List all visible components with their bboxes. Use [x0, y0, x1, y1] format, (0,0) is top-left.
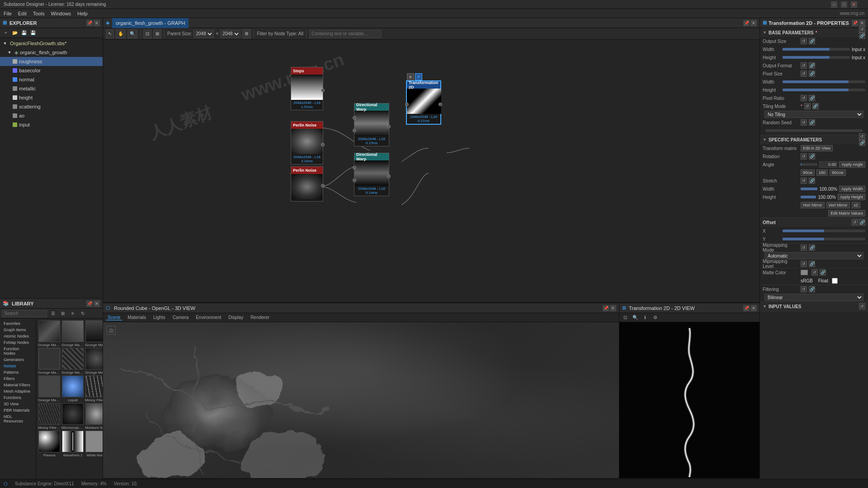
apply-height-btn[interactable]: Apply Height [838, 194, 865, 200]
tree-normal[interactable]: normal [0, 75, 103, 84]
angle-input[interactable] [819, 161, 837, 168]
edit-2dview-btn[interactable]: Edit in 2D View [801, 145, 833, 151]
view2d-info-btn[interactable]: ℹ [641, 314, 649, 322]
tab-scene[interactable]: Scene [106, 315, 122, 320]
props-output-size-icon[interactable]: ↺ [801, 38, 807, 44]
angle-slider[interactable] [801, 163, 817, 166]
tab-lights[interactable]: Lights [151, 315, 167, 320]
view3d-pin-btn[interactable]: 📌 [603, 305, 609, 311]
props-mip-level-link-btn[interactable]: 🔗 [809, 261, 815, 267]
props-matte-link-btn[interactable]: 🔗 [820, 269, 826, 276]
menu-tools[interactable]: Tools [33, 11, 45, 16]
cat-generators[interactable]: Generators [1, 357, 35, 363]
vert-mirror-btn[interactable]: Vert Mirror [826, 202, 850, 208]
props-specific-header[interactable]: ▼ SPECIFIC PARAMETERS ↺ 🔗 [760, 135, 868, 144]
props-rotation-reset-btn[interactable]: ↺ [801, 153, 807, 160]
props-rotation-link-btn[interactable]: 🔗 [809, 153, 815, 160]
sheight-slider[interactable] [801, 196, 816, 198]
apply-width-btn[interactable]: Apply Width [839, 186, 865, 192]
props-stretch-reset-btn[interactable]: ↺ [801, 178, 807, 184]
props-pixel-size-link-btn[interactable]: 🔗 [809, 70, 815, 77]
props-seed-reset-btn[interactable]: ↺ [801, 119, 807, 126]
node-dirwarp2[interactable]: Directional Warp 2048x2048 - L160.14ms [354, 153, 389, 196]
tree-metallic[interactable]: metallic [0, 84, 103, 93]
props-base-reset-btn[interactable]: ↺ [859, 26, 865, 33]
tree-scattering[interactable]: scattering [0, 102, 103, 111]
props-format-link-btn[interactable]: 🔗 [809, 62, 815, 69]
props-mip-link-btn[interactable]: 🔗 [809, 244, 815, 251]
tab-display[interactable]: Display [226, 315, 245, 320]
list-item[interactable]: Messy Fibers 1 [85, 375, 103, 402]
node-transform-input-port[interactable] [405, 103, 409, 106]
props-pixel-ratio-reset-btn[interactable]: ↺ [801, 95, 807, 101]
view2d-fit-btn[interactable]: ⊡ [621, 314, 629, 322]
node-perlin2-output-port[interactable] [321, 184, 325, 188]
tree-graph[interactable]: ▼ ◈ organic_flesh_growth [0, 48, 103, 57]
graph-canvas[interactable]: www.rrcg.cn 人人素材 [103, 40, 760, 302]
graph-btn-frame[interactable]: ⊞ [153, 29, 161, 38]
menu-help[interactable]: Help [77, 11, 88, 16]
node-steps-output-port[interactable] [321, 89, 325, 92]
view2d-zoom-btn[interactable]: 🔍 [631, 314, 639, 322]
props-offset-link-btn[interactable]: 🔗 [859, 219, 865, 225]
tab-camera[interactable]: Camera [171, 315, 191, 320]
props-mip-reset-btn[interactable]: ↺ [801, 244, 807, 251]
list-item[interactable]: Grunge Map 009 [85, 320, 103, 347]
minimize-btn[interactable]: ─ [831, 1, 837, 8]
maximize-btn[interactable]: □ [841, 1, 847, 8]
list-item[interactable]: Grunge Map 007 [38, 320, 61, 347]
explorer-close-btn[interactable]: ✕ [94, 20, 100, 26]
filtering-select[interactable]: Bilinear Nearest [764, 294, 863, 301]
width-slider[interactable] [783, 48, 850, 51]
hori-mirror-btn[interactable]: Hori Mirror [801, 202, 825, 208]
view2d-settings-btn[interactable]: ⚙ [651, 314, 659, 322]
cat-material[interactable]: Material Filters [1, 382, 35, 388]
list-item[interactable]: Grunge Map 013 [85, 348, 103, 375]
offset-y-slider[interactable] [783, 238, 865, 240]
list-item[interactable]: Messy Fibers 3 [38, 403, 61, 430]
node-dirwarp2-output-port[interactable] [387, 174, 391, 178]
lib-refresh-btn[interactable]: ↻ [79, 310, 87, 318]
cat-functions[interactable]: Functions [1, 394, 35, 401]
node-transform-output-port[interactable] [439, 103, 442, 106]
list-item[interactable]: Grunge Map 015 [38, 375, 61, 402]
cat-favorites[interactable]: Favorites [1, 320, 35, 327]
cat-mdl[interactable]: MDL Resources [1, 413, 35, 424]
menu-windows[interactable]: Windows [51, 11, 71, 16]
edit-matrix-values-btn[interactable]: Edit Matrix Values [828, 210, 865, 216]
cat-fxmap[interactable]: FxMap Nodes [1, 339, 35, 346]
props-stretch-link-btn[interactable]: 🔗 [809, 178, 815, 184]
props-mip-level-reset-btn[interactable]: ↺ [801, 261, 807, 267]
save-all-btn[interactable]: 💾 [29, 29, 37, 37]
tree-roughness[interactable]: roughness [0, 57, 103, 66]
lib-list-btn[interactable]: ≡ [69, 310, 77, 318]
output-size-select[interactable]: 20481024512 [220, 30, 241, 38]
props-filtering-reset-btn[interactable]: ↺ [801, 286, 807, 292]
rotate-90cw-btn[interactable]: 90cw [801, 169, 815, 176]
view2d-canvas[interactable] [619, 322, 760, 478]
props-offset-reset-btn[interactable]: ↺ [852, 219, 858, 225]
cat-pbr[interactable]: PBR Materials [1, 407, 35, 413]
lib-filter-btn[interactable]: ☰ [49, 310, 57, 318]
node-perlin1-output-port[interactable] [321, 143, 325, 146]
lib-grid-btn[interactable]: ⊞ [59, 310, 67, 318]
props-pixel-size-reset-btn[interactable]: ↺ [801, 70, 807, 77]
cat-noises[interactable]: Noises [1, 363, 35, 369]
props-tiling-link-btn[interactable]: 🔗 [812, 103, 819, 109]
list-item[interactable]: Microscopic View [61, 403, 84, 430]
props-format-reset-btn[interactable]: ↺ [801, 62, 807, 69]
node-transform[interactable]: B ⊞ Transformation 2D 2048x2048 - L160.2… [406, 80, 441, 125]
lib-pin-btn[interactable]: 📌 [86, 300, 93, 307]
list-item[interactable]: Plasma [38, 431, 61, 457]
props-base-link-btn[interactable]: 🔗 [859, 33, 865, 39]
save-btn[interactable]: 💾 [20, 29, 28, 37]
library-search-input[interactable] [2, 310, 47, 317]
cat-atomic[interactable]: Atomic Nodes [1, 333, 35, 339]
height-slider[interactable] [783, 56, 850, 59]
tree-ao[interactable]: ao [0, 111, 103, 120]
menu-file[interactable]: File [4, 11, 12, 16]
tree-basecolor[interactable]: basecolor [0, 66, 103, 75]
swidth-slider[interactable] [801, 188, 817, 190]
props-close-btn[interactable]: ✕ [859, 20, 865, 26]
apply-angle-btn[interactable]: Apply Angle [839, 161, 865, 168]
